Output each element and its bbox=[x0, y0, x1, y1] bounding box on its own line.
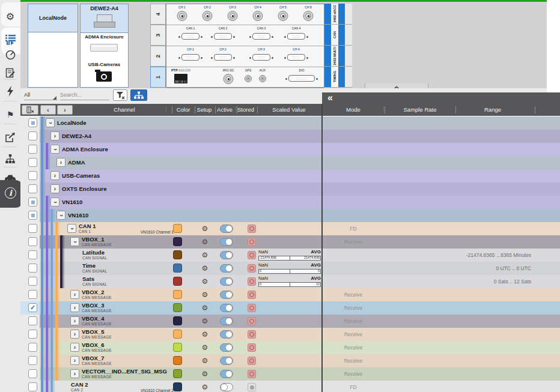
scope-dropdown[interactable]: All bbox=[24, 90, 58, 100]
row-checkbox[interactable] bbox=[28, 118, 37, 127]
row-checkbox[interactable] bbox=[28, 250, 37, 259]
expand-arrow[interactable]: › bbox=[70, 369, 79, 378]
color-swatch[interactable] bbox=[173, 356, 182, 365]
row-checkbox[interactable] bbox=[28, 369, 37, 378]
table-row[interactable]: ›VBOX_6CAN MESSAGE⚙Receive bbox=[20, 341, 560, 354]
row-checkbox[interactable] bbox=[28, 356, 37, 365]
row-checkbox[interactable] bbox=[28, 330, 37, 339]
stored-record-button[interactable] bbox=[248, 251, 256, 259]
active-toggle[interactable] bbox=[220, 383, 233, 391]
expand-arrow[interactable]: › bbox=[70, 316, 79, 325]
table-row[interactable]: ›ADMA Enclosure bbox=[20, 143, 560, 156]
expand-arrow[interactable]: › bbox=[50, 184, 59, 193]
table-row[interactable]: ›LocalNode bbox=[20, 116, 560, 130]
row-checkbox[interactable] bbox=[28, 211, 37, 220]
clear-filter-button[interactable] bbox=[113, 89, 127, 101]
color-swatch[interactable] bbox=[173, 277, 182, 286]
network-icon[interactable] bbox=[0, 151, 20, 167]
expand-arrow[interactable]: › bbox=[50, 171, 59, 180]
expand-arrow[interactable]: › bbox=[70, 330, 79, 339]
table-row[interactable]: ›DEWE2-A4 bbox=[20, 130, 560, 143]
row-checkbox[interactable] bbox=[28, 171, 37, 180]
expand-arrow[interactable]: › bbox=[70, 290, 79, 299]
stored-record-button[interactable] bbox=[248, 225, 256, 233]
table-row[interactable]: SatsCAN SIGNAL⚙NaNAVG0120 Sats .. 12 Sat… bbox=[20, 275, 560, 288]
measure-gauge-icon[interactable] bbox=[0, 47, 20, 62]
next-column-button[interactable]: › bbox=[57, 105, 73, 115]
header-setup[interactable]: Setup bbox=[195, 106, 214, 113]
trigger-bolt-icon[interactable] bbox=[0, 83, 20, 99]
expand-arrow[interactable]: › bbox=[67, 224, 76, 233]
expand-arrow[interactable]: › bbox=[50, 198, 59, 207]
stored-record-button[interactable] bbox=[248, 343, 256, 352]
setup-gear-icon[interactable]: ⚙ bbox=[200, 316, 210, 326]
row-checkbox[interactable] bbox=[28, 198, 37, 207]
usb-cameras-label[interactable]: USB-Cameras bbox=[81, 62, 128, 67]
row-checkbox[interactable] bbox=[28, 131, 37, 140]
setup-gear-icon[interactable]: ⚙ bbox=[200, 343, 210, 352]
setup-gear-icon[interactable]: ⚙ bbox=[200, 224, 210, 234]
color-swatch[interactable] bbox=[173, 264, 182, 273]
row-checkbox[interactable] bbox=[28, 237, 37, 246]
active-toggle[interactable] bbox=[220, 225, 233, 233]
row-checkbox[interactable] bbox=[28, 224, 37, 233]
active-toggle[interactable] bbox=[220, 317, 233, 325]
table-row[interactable]: ›ADMA bbox=[20, 156, 560, 169]
topology-view-button[interactable] bbox=[130, 89, 147, 101]
expand-arrow[interactable]: › bbox=[56, 211, 65, 220]
active-toggle[interactable] bbox=[220, 264, 233, 273]
stored-record-button[interactable] bbox=[248, 238, 256, 246]
setup-gear-icon[interactable]: ⚙ bbox=[200, 250, 210, 260]
table-row[interactable]: ›USB-Cameras bbox=[20, 169, 560, 182]
stored-record-button[interactable] bbox=[248, 304, 256, 312]
active-toggle[interactable] bbox=[220, 304, 233, 312]
expand-arrow[interactable]: › bbox=[70, 343, 79, 352]
setup-gear-icon[interactable]: ⚙ bbox=[200, 290, 210, 300]
table-row[interactable]: TimeCAN SIGNAL⚙NaNAVG000 UTC .. 0 UTC bbox=[20, 262, 560, 275]
table-row[interactable]: ›VBOX_1CAN MESSAGE⚙Receive bbox=[20, 235, 560, 249]
table-row[interactable]: ›VECTOR__IND...ENT_SIG_MSGCAN MESSAGE⚙Re… bbox=[20, 367, 560, 381]
color-swatch[interactable] bbox=[173, 237, 182, 246]
color-swatch[interactable] bbox=[173, 330, 182, 339]
marker-flag-icon[interactable]: ⚑ bbox=[0, 107, 20, 122]
row-checkbox[interactable] bbox=[28, 316, 37, 325]
prev-column-button[interactable]: ‹ bbox=[40, 105, 56, 115]
report-icon[interactable] bbox=[0, 65, 20, 80]
header-stored[interactable]: Stored bbox=[236, 106, 256, 113]
table-row[interactable]: CAN 2CAN 2VN1610 Channel 2⚙FD bbox=[20, 381, 560, 392]
header-scaled-value[interactable]: Scaled Value bbox=[256, 106, 322, 113]
active-toggle[interactable] bbox=[220, 370, 233, 378]
row-checkbox[interactable] bbox=[28, 343, 37, 352]
stored-record-button[interactable] bbox=[248, 317, 256, 325]
active-toggle[interactable] bbox=[220, 330, 233, 339]
header-channel[interactable]: Channel bbox=[73, 106, 175, 113]
table-row[interactable]: ›VBOX_4CAN MESSAGE⚙Receive bbox=[20, 315, 560, 328]
active-toggle[interactable] bbox=[220, 291, 233, 299]
table-row[interactable]: ›CAN 1CAN 1VN1610 Channel 1⚙FD bbox=[20, 222, 560, 235]
row-checkbox[interactable] bbox=[28, 145, 37, 154]
stored-record-button[interactable] bbox=[248, 330, 256, 339]
search-input[interactable]: Search... bbox=[60, 90, 109, 100]
export-icon[interactable] bbox=[0, 130, 20, 145]
setup-gear-icon[interactable]: ⚙ bbox=[200, 382, 210, 392]
expand-arrow[interactable]: › bbox=[46, 118, 55, 127]
expand-arrow[interactable]: › bbox=[56, 158, 65, 167]
color-swatch[interactable] bbox=[173, 303, 182, 312]
slot-number-2[interactable]: 2 bbox=[150, 46, 166, 67]
local-node-box[interactable]: LocalNode bbox=[28, 4, 78, 88]
active-toggle[interactable] bbox=[220, 251, 233, 259]
row-checkbox[interactable]: ✓ bbox=[28, 303, 37, 312]
color-swatch[interactable] bbox=[173, 224, 182, 233]
row-checkbox[interactable] bbox=[28, 290, 37, 299]
slot-number-4[interactable]: 4 bbox=[150, 4, 166, 25]
setup-gear-icon[interactable]: ⚙ bbox=[200, 330, 210, 339]
row-checkbox[interactable] bbox=[28, 158, 37, 167]
collapse-panel-button[interactable]: « bbox=[327, 92, 333, 103]
settings-gear-icon[interactable]: ⚙ bbox=[0, 8, 20, 24]
expand-arrow[interactable]: › bbox=[70, 356, 79, 365]
table-row[interactable]: ›VBOX_7CAN MESSAGE⚙Receive bbox=[20, 354, 560, 367]
row-checkbox[interactable] bbox=[28, 264, 37, 273]
row-checkbox[interactable] bbox=[28, 184, 37, 193]
setup-gear-icon[interactable]: ⚙ bbox=[200, 356, 210, 366]
color-swatch[interactable] bbox=[173, 343, 182, 352]
